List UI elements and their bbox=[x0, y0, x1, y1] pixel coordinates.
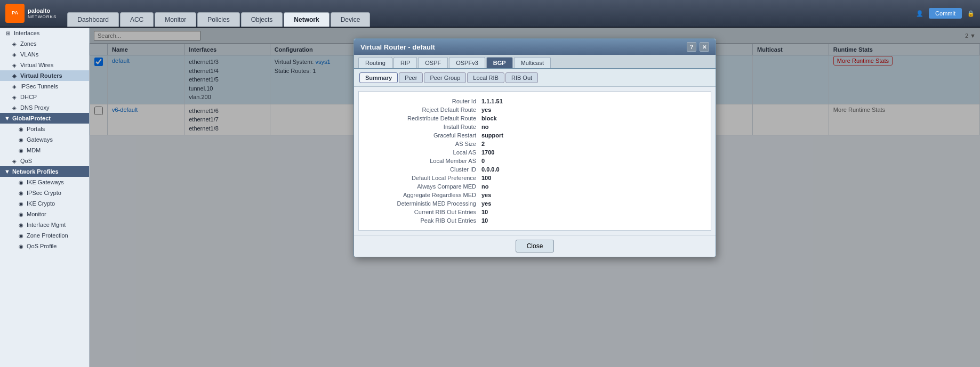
tab-policies[interactable]: Policies bbox=[197, 12, 239, 27]
content-area: 2 ▼ Name Interfaces Configuration RIP OS… bbox=[90, 28, 980, 367]
bgp-tab-peer-group[interactable]: Peer Group bbox=[424, 72, 466, 83]
summary-row: Cluster ID 0.0.0.0 bbox=[364, 165, 705, 174]
summary-field-label: Reject Default Route bbox=[364, 107, 481, 113]
summary-row: AS Size 2 bbox=[364, 140, 705, 148]
qos-profile-icon: ◉ bbox=[17, 242, 25, 250]
summary-row: Local AS 1700 bbox=[364, 148, 705, 157]
dns-proxy-icon: ◈ bbox=[11, 104, 18, 111]
bgp-tab-rib-out[interactable]: RIB Out bbox=[505, 72, 538, 83]
virtual-router-modal: Virtual Router - default ? ✕ Routing RIP… bbox=[354, 38, 716, 257]
sidebar-label-virtual-routers: Virtual Routers bbox=[20, 72, 62, 79]
sidebar-item-dhcp[interactable]: ◈ DHCP bbox=[0, 92, 89, 102]
sidebar-label-ipsec-tunnels: IPSec Tunnels bbox=[20, 83, 58, 89]
bgp-tab-summary[interactable]: Summary bbox=[359, 72, 398, 83]
summary-field-value: 0 bbox=[481, 158, 485, 164]
sidebar-item-zones[interactable]: ◈ Zones bbox=[0, 38, 89, 49]
modal-header: Virtual Router - default ? ✕ bbox=[354, 39, 716, 55]
sidebar-item-virtual-wires[interactable]: ◈ Virtual Wires bbox=[0, 60, 89, 70]
summary-field-label: Local Member AS bbox=[364, 158, 481, 164]
tab-dashboard[interactable]: Dashboard bbox=[67, 12, 119, 27]
modal-tab-routing[interactable]: Routing bbox=[358, 57, 392, 68]
globalprotect-expand-icon: ▼ bbox=[4, 115, 10, 121]
summary-field-value: 1700 bbox=[481, 149, 494, 156]
modal-tab-multicast[interactable]: Multicast bbox=[514, 57, 551, 68]
modal-overlay: Virtual Router - default ? ✕ Routing RIP… bbox=[90, 28, 980, 367]
sidebar-header-globalprotect: ▼ GlobalProtect bbox=[0, 113, 89, 124]
mdm-icon: ◉ bbox=[17, 146, 25, 154]
tab-device[interactable]: Device bbox=[331, 12, 371, 27]
sidebar-item-vlans[interactable]: ◈ VLANs bbox=[0, 49, 89, 60]
modal-tab-ospfv3[interactable]: OSPFv3 bbox=[449, 57, 485, 68]
summary-field-label: Peak RIB Out Entries bbox=[364, 217, 481, 224]
modal-footer: Close bbox=[354, 235, 716, 257]
bgp-subtabs: Summary Peer Peer Group Local RIB RIB Ou… bbox=[354, 69, 716, 87]
summary-row: Always Compare MED no bbox=[364, 182, 705, 191]
sidebar-item-zone-protection[interactable]: ◉ Zone Protection bbox=[0, 230, 89, 241]
sidebar-item-ipsec-tunnels[interactable]: ◈ IPSec Tunnels bbox=[0, 81, 89, 92]
sidebar-item-interfaces[interactable]: ⊞ Interfaces bbox=[0, 28, 89, 38]
sidebar-item-mdm[interactable]: ◉ MDM bbox=[0, 145, 89, 156]
top-right-area: 👤 Commit 🔒 bbox=[916, 8, 975, 19]
sidebar-label-interface-mgmt: Interface Mgmt bbox=[27, 222, 66, 228]
sidebar-label-zone-protection: Zone Protection bbox=[27, 232, 68, 239]
modal-tab-rip[interactable]: RIP bbox=[393, 57, 417, 68]
sidebar-item-virtual-routers[interactable]: ◈ Virtual Routers bbox=[0, 70, 89, 81]
summary-field-label: Default Local Preference bbox=[364, 175, 481, 181]
summary-row: Reject Default Route yes bbox=[364, 105, 705, 114]
sidebar-item-qos-profile[interactable]: ◉ QoS Profile bbox=[0, 241, 89, 251]
summary-row: Aggregate Regardless MED yes bbox=[364, 191, 705, 199]
summary-field-value: 0.0.0.0 bbox=[481, 166, 500, 173]
sidebar-label-dns-proxy: DNS Proxy bbox=[20, 104, 49, 111]
modal-tabs: Routing RIP OSPF OSPFv3 BGP Multicast bbox=[354, 55, 716, 69]
modal-tab-ospf[interactable]: OSPF bbox=[418, 57, 448, 68]
bgp-tab-peer[interactable]: Peer bbox=[399, 72, 423, 83]
commit-button[interactable]: Commit bbox=[929, 8, 962, 19]
interfaces-icon: ⊞ bbox=[4, 29, 12, 37]
sidebar-label-virtual-wires: Virtual Wires bbox=[20, 62, 53, 68]
sidebar-item-dns-proxy[interactable]: ◈ DNS Proxy bbox=[0, 102, 89, 113]
tab-monitor[interactable]: Monitor bbox=[155, 12, 196, 27]
qos-icon: ◈ bbox=[11, 157, 18, 165]
ipsec-crypto-icon: ◉ bbox=[17, 189, 25, 197]
ipsec-tunnels-icon: ◈ bbox=[11, 83, 18, 90]
ike-gateways-icon: ◉ bbox=[17, 178, 25, 186]
summary-field-value: 10 bbox=[481, 217, 488, 224]
logo-text: paloalto NETWORKS bbox=[28, 7, 57, 20]
sidebar-item-gateways[interactable]: ◉ Gateways bbox=[0, 134, 89, 145]
tab-acc[interactable]: ACC bbox=[120, 12, 154, 27]
lock-icon: 🔒 bbox=[967, 10, 975, 17]
summary-row: Install Route no bbox=[364, 123, 705, 131]
virtual-wires-icon: ◈ bbox=[11, 61, 18, 69]
bgp-tab-local-rib[interactable]: Local RIB bbox=[467, 72, 504, 83]
summary-row: Default Local Preference 100 bbox=[364, 174, 705, 182]
sidebar-label-vlans: VLANs bbox=[20, 51, 38, 58]
summary-row: Router Id 1.1.1.51 bbox=[364, 97, 705, 105]
summary-field-value: yes bbox=[481, 192, 491, 198]
summary-field-value: support bbox=[481, 132, 503, 138]
sidebar-item-ipsec-crypto[interactable]: ◉ IPSec Crypto bbox=[0, 187, 89, 198]
logo-box: PA bbox=[5, 4, 25, 23]
tab-network[interactable]: Network bbox=[284, 12, 329, 27]
summary-field-value: 2 bbox=[481, 141, 485, 147]
sidebar-item-qos[interactable]: ◈ QoS bbox=[0, 156, 89, 166]
zones-icon: ◈ bbox=[11, 40, 18, 47]
summary-field-value: block bbox=[481, 115, 497, 121]
ike-crypto-icon: ◉ bbox=[17, 200, 25, 207]
summary-field-label: Cluster ID bbox=[364, 166, 481, 173]
summary-field-value: no bbox=[481, 183, 488, 190]
sidebar-item-ike-crypto[interactable]: ◉ IKE Crypto bbox=[0, 198, 89, 209]
virtual-routers-icon: ◈ bbox=[11, 72, 18, 79]
sidebar-item-portals[interactable]: ◉ Portals bbox=[0, 124, 89, 134]
summary-field-label: Install Route bbox=[364, 124, 481, 130]
close-button[interactable]: Close bbox=[516, 240, 555, 252]
sidebar-label-ike-crypto: IKE Crypto bbox=[27, 200, 55, 207]
sidebar-item-interface-mgmt[interactable]: ◉ Interface Mgmt bbox=[0, 219, 89, 230]
modal-close-button[interactable]: ✕ bbox=[700, 42, 709, 52]
sidebar-item-ike-gateways[interactable]: ◉ IKE Gateways bbox=[0, 177, 89, 187]
sidebar-label-gateways: Gateways bbox=[27, 136, 53, 143]
modal-tab-bgp[interactable]: BGP bbox=[486, 57, 513, 68]
sidebar-item-monitor[interactable]: ◉ Monitor bbox=[0, 209, 89, 219]
modal-help-button[interactable]: ? bbox=[687, 42, 696, 52]
sidebar-label-qos: QoS bbox=[20, 158, 32, 164]
tab-objects[interactable]: Objects bbox=[241, 12, 283, 27]
